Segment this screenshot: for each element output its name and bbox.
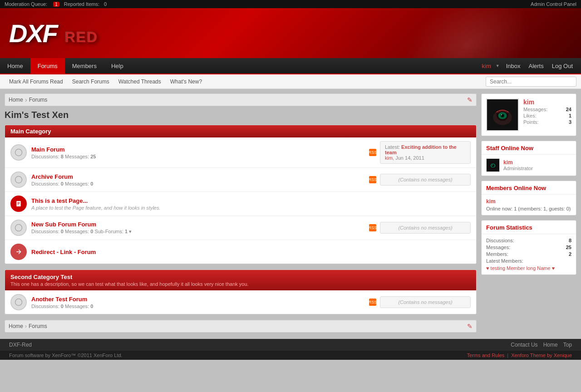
forum-stats-widget: Forum Statistics Discussions: 8 Messages…: [481, 220, 576, 275]
site-header: DXF RED: [0, 8, 581, 58]
stat-messages: Messages: 25: [486, 245, 571, 250]
svg-point-7: [15, 299, 22, 306]
forum-info-page: This is a test Page... A place to test t…: [31, 197, 471, 211]
category-header-second: Second Category Test This one has a desc…: [5, 270, 476, 290]
staff-avatar-kim: [486, 158, 500, 172]
user-card-widget: kim Messages: 24 Likes: 1 Points: 3: [481, 93, 576, 136]
reported-label: Reported Items:: [64, 1, 99, 7]
footer-bc-forums[interactable]: Forums: [29, 323, 47, 329]
footer-sub-sep: |: [507, 353, 508, 358]
footer-contact[interactable]: Contact Us: [511, 342, 537, 348]
sub-forums-expand[interactable]: ▾: [129, 229, 132, 234]
members-online-title: Members Online Now: [482, 181, 576, 195]
forum-latest-archive: (Contains no messages): [380, 174, 471, 186]
whats-new-link[interactable]: What's New?: [166, 74, 207, 89]
forum-name-page[interactable]: This is a test Page...: [31, 197, 88, 204]
navbar: Home Forums Members Help kim ▼ Inbox Ale…: [0, 58, 581, 74]
forum-name-sub[interactable]: New Sub Forum Forum: [31, 221, 96, 228]
terms-link[interactable]: Terms and Rules: [467, 353, 505, 358]
forum-stats-main: Discussions: 8 Messages: 25: [31, 154, 369, 159]
stat-members: Members: 2: [486, 251, 571, 257]
footer-bc-home[interactable]: Home: [9, 323, 23, 329]
forum-name-main[interactable]: Main Forum: [31, 146, 65, 153]
page-footer: DXF-Red Contact Us Home Top: [0, 339, 581, 351]
forum-icon-another: [10, 294, 27, 310]
forum-name-redirect[interactable]: Redirect - Link - Forum: [31, 249, 96, 255]
members-online-widget: Members Online Now kim Online now: 1 (me…: [481, 181, 576, 216]
nav-members[interactable]: Members: [65, 58, 104, 74]
breadcrumb: Home › Forums ✎: [5, 93, 477, 106]
forum-name-another[interactable]: Another Test Forum: [31, 296, 87, 303]
footer-breadcrumb: Home › Forums ✎: [5, 320, 477, 333]
search-input[interactable]: [486, 77, 576, 87]
nav-home[interactable]: Home: [0, 58, 30, 74]
stat-discussions: Discussions: 8: [486, 238, 571, 243]
user-stat-points: Points: 3: [523, 119, 571, 125]
forum-row-main-forum: Main Forum Discussions: 8 Messages: 25 R…: [5, 137, 476, 168]
rss-icon-sub[interactable]: RSS: [369, 224, 376, 231]
footer-sub-links: Terms and Rules | Xenforo Theme by Xeniq…: [467, 353, 572, 358]
reported-count: 0: [104, 1, 107, 7]
nav-forums[interactable]: Forums: [30, 58, 65, 74]
mark-all-read-link[interactable]: Mark All Forums Read: [5, 74, 68, 89]
svg-point-1: [15, 176, 22, 183]
logout-link[interactable]: Log Out: [548, 63, 576, 69]
footer-bc-sep: ›: [25, 323, 27, 329]
stat-latest-member: Latest Members:: [486, 258, 571, 264]
alerts-link[interactable]: Alerts: [525, 63, 547, 69]
category-header-main: Main Category: [5, 125, 476, 137]
edit-icon[interactable]: ✎: [467, 96, 473, 103]
main-layout: Home › Forums ✎ Kim's Test Xen Main Cate…: [0, 89, 581, 337]
breadcrumb-forums[interactable]: Forums: [29, 97, 48, 103]
nav-right: kim ▼ Inbox Alerts Log Out: [477, 63, 581, 69]
svg-rect-4: [17, 203, 20, 204]
forum-row-test-page: This is a test Page... A place to test t…: [5, 192, 476, 216]
forum-name-archive[interactable]: Archive Forum: [31, 173, 73, 180]
forum-info-another: Another Test Forum Discussions: 0 Messag…: [31, 296, 369, 309]
dropdown-arrow: ▼: [496, 64, 500, 68]
mod-queue-label: Moderation Queue:: [5, 1, 47, 7]
forum-icon-archive: [10, 172, 27, 188]
username-link[interactable]: kim: [478, 63, 495, 69]
admin-bar: Moderation Queue: 1 Reported Items: 0 Ad…: [0, 0, 581, 8]
sub-navbar: Mark All Forums Read Search Forums Watch…: [0, 74, 581, 89]
mod-queue-badge[interactable]: 1: [53, 2, 59, 7]
user-avatar: [486, 98, 519, 131]
forum-icon-page: [10, 196, 27, 212]
footer-top[interactable]: Top: [563, 342, 572, 348]
nav-help[interactable]: Help: [104, 58, 131, 74]
latest-by-main: kim, Jun 14, 2011: [385, 155, 466, 161]
forum-info-main: Main Forum Discussions: 8 Messages: 25: [31, 146, 369, 159]
forum-icon-sub: [10, 220, 27, 236]
forum-row-sub-forum: New Sub Forum Forum Discussions: 0 Messa…: [5, 216, 476, 240]
watched-threads-link[interactable]: Watched Threads: [114, 74, 166, 89]
svg-point-18: [492, 164, 494, 167]
rss-icon-archive[interactable]: RSS: [369, 176, 376, 183]
footer-edit-icon[interactable]: ✎: [467, 323, 473, 330]
forum-info-archive: Archive Forum Discussions: 0 Messages: 0: [31, 173, 369, 186]
footer-links: Contact Us Home Top: [511, 342, 572, 348]
breadcrumb-home[interactable]: Home: [9, 97, 23, 103]
logo-main: DXF: [9, 19, 57, 48]
forum-row-archive: Archive Forum Discussions: 0 Messages: 0…: [5, 168, 476, 192]
admin-panel-link[interactable]: Admin Control Panel: [531, 1, 576, 7]
staff-online-title: Staff Online Now: [482, 141, 576, 155]
theme-link[interactable]: Xenforo Theme by Xenique: [511, 353, 572, 358]
content-area: Home › Forums ✎ Kim's Test Xen Main Cate…: [5, 93, 477, 333]
svg-rect-5: [17, 204, 19, 205]
rss-icon-another[interactable]: RSS: [369, 299, 376, 306]
online-member-name[interactable]: kim: [486, 198, 571, 205]
staff-online-widget: Staff Online Now kim Administrator: [481, 141, 576, 176]
footer-home[interactable]: Home: [543, 342, 558, 348]
search-box: [486, 77, 576, 87]
inbox-link[interactable]: Inbox: [502, 63, 524, 69]
user-menu[interactable]: kim ▼: [477, 63, 502, 69]
search-forums-link[interactable]: Search Forums: [68, 74, 114, 89]
sidebar-username[interactable]: kim: [523, 98, 571, 106]
rss-icon-main[interactable]: RSS: [369, 149, 376, 156]
staff-item-kim: kim Administrator: [482, 155, 576, 176]
forum-desc-page: A place to test the Page feature, and ho…: [31, 205, 471, 211]
members-online-content: kim Online now: 1 (members: 1, guests: 0…: [482, 195, 576, 215]
footer-brand: DXF-Red: [9, 342, 32, 348]
forum-info-sub: New Sub Forum Forum Discussions: 0 Messa…: [31, 221, 369, 235]
